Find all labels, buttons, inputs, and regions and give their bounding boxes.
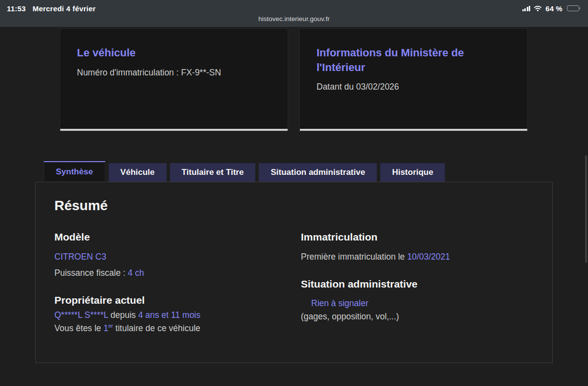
tab-vehicule[interactable]: Véhicule xyxy=(109,163,167,182)
vehicle-registration-number: Numéro d'immatriculation : FX-9**-SN xyxy=(77,67,271,79)
owner-section-title: Propriétaire actuel xyxy=(54,294,301,306)
owner-rank-prefix: Vous êtes le xyxy=(54,323,103,333)
wifi-icon xyxy=(534,5,542,11)
ministry-info-date: Datant du 03/02/2026 xyxy=(317,81,511,93)
owner-since-label: depuis xyxy=(108,310,138,320)
battery-percent: 64 % xyxy=(545,4,562,13)
address-bar[interactable]: histovec.interieur.gouv.fr xyxy=(0,14,588,23)
cards-row: Le véhicule Numéro d'immatriculation : F… xyxy=(60,29,588,131)
situation-status-value: Rien à signaler xyxy=(301,297,534,310)
situation-note: (gages, opposition, vol,...) xyxy=(301,310,534,323)
cellular-signal-icon xyxy=(522,6,531,11)
first-registration-label: Première immatriculation le xyxy=(301,252,407,262)
vehicle-model-value: CITROEN C3 xyxy=(54,250,301,264)
situation-section-title: Situation administrative xyxy=(301,278,534,290)
tab-situation-administrative[interactable]: Situation administrative xyxy=(259,163,377,182)
fiscal-power-value: 4 ch xyxy=(128,268,144,278)
vehicle-card-title: Le véhicule xyxy=(77,46,271,60)
vehicle-card: Le véhicule Numéro d'immatriculation : F… xyxy=(60,29,288,131)
status-date: Mercredi 4 février xyxy=(33,4,96,13)
owner-name-value: Q*****L S****L xyxy=(54,310,108,320)
first-registration-date: 10/03/2021 xyxy=(407,252,450,262)
tab-bar: Synthèse Véhicule Titulaire et Titre Sit… xyxy=(44,161,588,182)
ministry-info-card-title: Informations du Ministère de l'Intérieur xyxy=(317,46,511,74)
battery-icon xyxy=(567,5,581,11)
tab-titulaire-et-titre[interactable]: Titulaire et Titre xyxy=(170,163,256,182)
owner-rank-value: 1 xyxy=(103,323,108,333)
model-section-title: Modèle xyxy=(54,231,301,243)
owner-rank-line: Vous êtes le 1er titulaire de ce véhicul… xyxy=(54,322,301,335)
histovec-page: Le véhicule Numéro d'immatriculation : F… xyxy=(0,27,588,363)
first-registration-line: Première immatriculation le 10/03/2021 xyxy=(301,250,534,264)
synthese-panel: Résumé Modèle CITROEN C3 Puissance fisca… xyxy=(35,182,553,363)
status-bar: 11:53 Mercredi 4 février 64 % xyxy=(0,0,588,14)
ipad-screen: 11:53 Mercredi 4 février 64 % histovec.i… xyxy=(0,0,588,386)
owner-since-line: Q*****L S****L depuis 4 ans et 11 mois xyxy=(54,309,301,322)
browser-chrome: 11:53 Mercredi 4 février 64 % histovec.i… xyxy=(0,0,588,27)
registration-section-title: Immatriculation xyxy=(301,231,534,243)
tab-historique[interactable]: Historique xyxy=(380,163,445,182)
ministry-info-card: Informations du Ministère de l'Intérieur… xyxy=(300,29,527,131)
tab-synthese[interactable]: Synthèse xyxy=(44,161,105,182)
summary-right-column: Immatriculation Première immatriculation… xyxy=(301,231,534,336)
owner-since-value: 4 ans et 11 mois xyxy=(138,310,200,320)
summary-left-column: Modèle CITROEN C3 Puissance fiscale : 4 … xyxy=(54,231,301,336)
summary-heading: Résumé xyxy=(54,198,534,214)
fiscal-power-line: Puissance fiscale : 4 ch xyxy=(54,266,301,280)
page-scrollbar[interactable] xyxy=(585,155,587,263)
fiscal-power-label: Puissance fiscale : xyxy=(54,268,128,278)
owner-rank-ordinal: er xyxy=(108,323,113,329)
owner-rank-suffix-text: titulaire de ce véhicule xyxy=(113,323,200,333)
status-time: 11:53 xyxy=(7,4,26,13)
